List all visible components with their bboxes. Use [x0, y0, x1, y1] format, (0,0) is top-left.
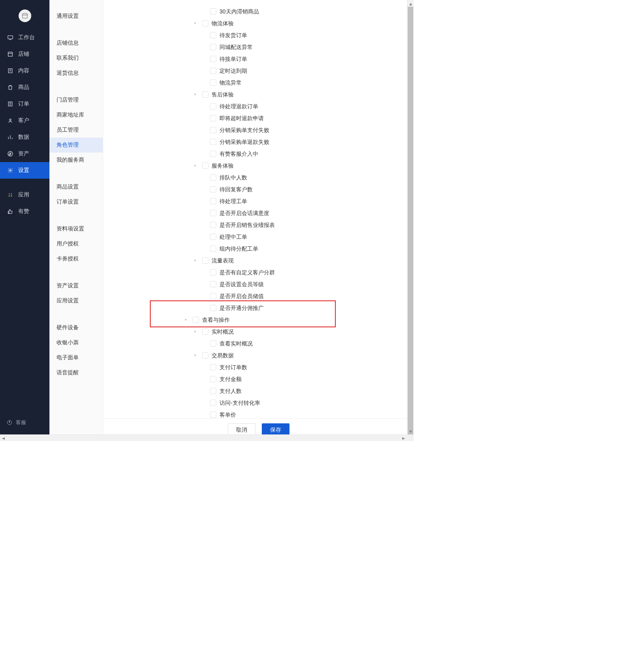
nav2-item[interactable]: 商家地址库	[49, 108, 103, 123]
checkbox[interactable]	[210, 127, 216, 133]
nav2-item[interactable]: 我的服务商	[49, 153, 103, 168]
tree-label: 物流异常	[219, 78, 242, 87]
checkbox[interactable]	[210, 139, 216, 145]
nav1-item-customer[interactable]: 客户	[0, 112, 49, 129]
shop-icon	[7, 51, 13, 57]
tree-row: ▾待接单订单	[103, 53, 414, 65]
nav1-item-workbench[interactable]: 工作台	[0, 29, 49, 46]
checkbox[interactable]	[210, 376, 216, 382]
checkbox[interactable]	[210, 8, 216, 15]
nav1-item-content[interactable]: 内容	[0, 62, 49, 79]
checkbox[interactable]	[202, 352, 208, 359]
nav2-item[interactable]: 联系我们	[49, 51, 103, 66]
nav2-item[interactable]: 角色管理	[49, 138, 103, 153]
checkbox[interactable]	[210, 103, 216, 109]
tree-label: 是否开启会话满意度	[219, 209, 269, 217]
checkbox[interactable]	[210, 234, 216, 240]
nav2-item[interactable]: 商品设置	[49, 179, 103, 194]
tree-row: ▾支付金额	[103, 373, 414, 385]
checkbox[interactable]	[210, 68, 216, 74]
checkbox[interactable]	[210, 56, 216, 62]
checkbox[interactable]	[210, 151, 216, 157]
tree-row: ▾待处理退款订单	[103, 100, 414, 112]
checkbox[interactable]	[210, 245, 216, 252]
checkbox[interactable]	[210, 79, 216, 86]
nav1-item-asset[interactable]: 资产	[0, 145, 49, 162]
checkbox[interactable]	[202, 162, 208, 169]
nav2-item[interactable]: 资料项设置	[49, 221, 103, 236]
checkbox[interactable]	[210, 293, 216, 299]
checkbox[interactable]	[210, 388, 216, 394]
nav2-item[interactable]: 店铺信息	[49, 36, 103, 51]
nav1-item-shop[interactable]: 店铺	[0, 46, 49, 62]
checkbox[interactable]	[210, 412, 216, 418]
scroll-right-button[interactable]: ▸	[400, 435, 407, 441]
outer-vertical-scrollbar[interactable]: ▴ ▾	[407, 0, 414, 441]
nav2-item[interactable]: 应用设置	[49, 293, 103, 308]
scroll-left-button[interactable]: ◂	[0, 435, 7, 441]
checkbox[interactable]	[210, 44, 216, 50]
content-icon	[7, 68, 13, 74]
checkbox[interactable]	[202, 20, 208, 26]
nav2-item[interactable]: 退货信息	[49, 66, 103, 81]
caret-icon[interactable]: ▾	[194, 161, 199, 170]
checkbox[interactable]	[202, 328, 208, 335]
checkbox[interactable]	[193, 317, 199, 323]
tree-label: 访问-支付转化率	[219, 398, 260, 407]
outer-horizontal-scrollbar[interactable]: ◂ ▸	[0, 434, 414, 441]
checkbox[interactable]	[210, 32, 216, 38]
shop-avatar[interactable]	[19, 9, 31, 22]
checkbox[interactable]	[202, 257, 208, 264]
tree-row: ▾访问-支付转化率	[103, 397, 414, 409]
nav2-item[interactable]: 卡券授权	[49, 251, 103, 266]
checkbox[interactable]	[210, 222, 216, 228]
checkbox[interactable]	[210, 186, 216, 193]
checkbox[interactable]	[210, 305, 216, 311]
scrollbar-thumb[interactable]	[408, 7, 413, 434]
nav1-item-label: 应用	[18, 191, 29, 198]
caret-icon[interactable]: ▾	[185, 315, 189, 324]
caret-icon[interactable]: ▾	[194, 19, 199, 28]
caret-icon[interactable]: ▾	[194, 256, 199, 265]
tree-label: 待处理退款订单	[219, 102, 258, 111]
nav1-item-goods[interactable]: 商品	[0, 79, 49, 96]
checkbox[interactable]	[210, 364, 216, 370]
checkbox[interactable]	[210, 210, 216, 216]
checkbox[interactable]	[210, 400, 216, 406]
nav1-item-label: 客户	[18, 117, 29, 124]
nav2-item[interactable]: 员工管理	[49, 123, 103, 138]
nav2-item[interactable]: 电子面单	[49, 350, 103, 365]
svg-rect-2	[8, 53, 13, 56]
caret-icon[interactable]: ▾	[194, 351, 199, 360]
tree-row: ▾即将超时退款申请	[103, 112, 414, 124]
nav2-item[interactable]: 收银小票	[49, 335, 103, 350]
nav1-item-data[interactable]: 数据	[0, 129, 49, 145]
caret-icon[interactable]: ▾	[194, 90, 199, 99]
checkbox[interactable]	[210, 269, 216, 276]
nav2-item[interactable]: 门店管理	[49, 92, 103, 108]
nav2-item[interactable]: 通用设置	[49, 9, 103, 24]
nav1-item-order[interactable]: 订单	[0, 96, 49, 112]
checkbox[interactable]	[202, 91, 208, 98]
checkbox[interactable]	[210, 198, 216, 204]
checkbox[interactable]	[210, 115, 216, 121]
nav1-item-like[interactable]: 有赞	[0, 203, 49, 220]
nav2-item[interactable]: 语音提醒	[49, 365, 103, 380]
tree-label: 待处理工单	[219, 197, 247, 206]
nav2-item[interactable]: 硬件设备	[49, 320, 103, 335]
caret-icon[interactable]: ▾	[194, 327, 199, 336]
nav2-item[interactable]: 用户授权	[49, 236, 103, 251]
checkbox[interactable]	[210, 340, 216, 347]
nav1-item-apps[interactable]: 应用	[0, 187, 49, 203]
tree-row: ▾定时达到期	[103, 65, 414, 77]
scroll-up-button[interactable]: ▴	[407, 0, 414, 7]
tree-label: 处理中工单	[219, 232, 247, 241]
nav2-item[interactable]: 资产设置	[49, 278, 103, 293]
nav2-item[interactable]: 订单设置	[49, 194, 103, 210]
scroll-down-button[interactable]: ▾	[407, 428, 414, 434]
nav1-item-label: 工作台	[18, 34, 35, 41]
checkbox[interactable]	[210, 174, 216, 181]
primary-nav-list: 工作台店铺内容商品订单客户数据资产设置应用有赞	[0, 29, 49, 414]
nav1-item-settings[interactable]: 设置	[0, 162, 49, 179]
checkbox[interactable]	[210, 281, 216, 287]
